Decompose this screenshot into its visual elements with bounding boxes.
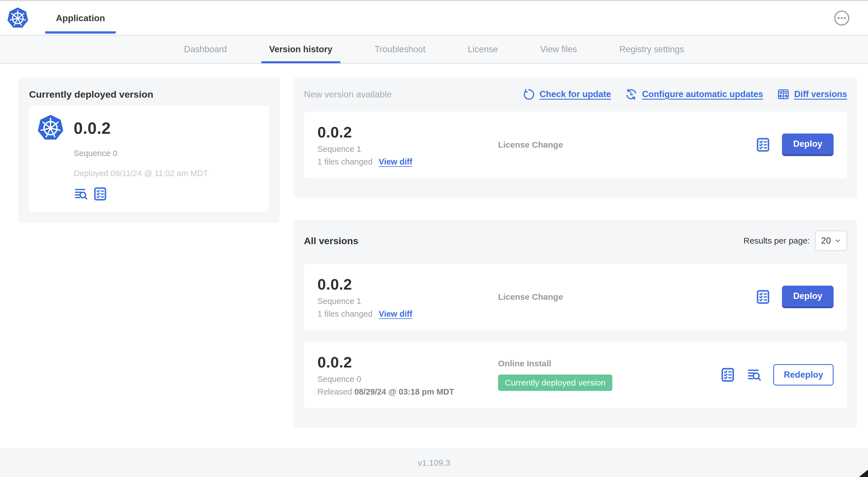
- deploy-button[interactable]: Deploy: [782, 286, 834, 308]
- main-content: Currently deployed version 0.0.2 Sequenc…: [0, 64, 868, 448]
- chevron-down-icon: [834, 237, 842, 245]
- files-changed-label: 1 files changed: [317, 309, 372, 319]
- currently-deployed-panel: Currently deployed version 0.0.2 Sequenc…: [18, 78, 280, 223]
- version-row: 0.0.2 Sequence 1 1 files changed View di…: [304, 264, 847, 330]
- preflight-checks-button[interactable]: [755, 289, 771, 304]
- version-sequence: Sequence 1: [317, 297, 498, 306]
- files-changed-label: 1 files changed: [317, 157, 372, 167]
- versions-column: New version available Check for update C…: [293, 78, 857, 427]
- tab-license[interactable]: License: [460, 35, 506, 63]
- page-footer: v1.109.3: [0, 448, 868, 477]
- check-for-update-link[interactable]: Check for update: [523, 88, 611, 100]
- new-version-title: New version available: [304, 89, 392, 100]
- redeploy-button[interactable]: Redeploy: [773, 364, 834, 386]
- tab-view-files[interactable]: View files: [532, 35, 585, 63]
- released-label: Released: [317, 387, 352, 396]
- app-subnav: Dashboard Version history Troubleshoot L…: [0, 35, 868, 64]
- console-version: v1.109.3: [417, 458, 450, 468]
- deploy-button[interactable]: Deploy: [782, 133, 834, 156]
- new-version-row: 0.0.2 Sequence 1 1 files changed View di…: [304, 112, 847, 178]
- kubernetes-app-icon: [37, 114, 64, 141]
- results-per-page-label: Results per page:: [744, 236, 810, 245]
- tab-troubleshoot[interactable]: Troubleshoot: [367, 35, 433, 63]
- deploy-logs-icon: [74, 186, 88, 201]
- version-sequence: Sequence 0: [317, 375, 498, 384]
- all-versions-title: All versions: [304, 235, 359, 246]
- diff-versions-link[interactable]: Diff versions: [777, 88, 847, 100]
- version-number: 0.0.2: [317, 353, 498, 371]
- configure-automatic-updates-link[interactable]: Configure automatic updates: [625, 88, 763, 100]
- tab-dashboard[interactable]: Dashboard: [176, 35, 235, 63]
- more-options-button[interactable]: [834, 10, 850, 26]
- currently-deployed-badge: Currently deployed version: [498, 375, 612, 391]
- preflight-checks-button[interactable]: [93, 186, 107, 201]
- view-diff-link[interactable]: View diff: [379, 309, 412, 319]
- tab-label: License: [468, 44, 498, 55]
- ellipsis-circle-icon: [834, 10, 850, 26]
- clock-refresh-icon: [625, 88, 638, 100]
- version-number: 0.0.2: [317, 123, 498, 141]
- version-released-line: Released 08/29/24 @ 03:18 pm MDT: [317, 387, 498, 396]
- version-source: Online Install: [498, 359, 720, 368]
- new-version-section: New version available Check for update C…: [293, 78, 857, 198]
- deploy-logs-button[interactable]: [74, 186, 88, 201]
- deployed-sequence: Sequence 0: [74, 149, 258, 158]
- configure-automatic-updates-label: Configure automatic updates: [642, 89, 763, 99]
- deployed-timestamp: Deployed 09/11/24 @ 11:02 am MDT: [74, 169, 258, 178]
- preflight-checks-button[interactable]: [755, 137, 771, 152]
- check-for-update-label: Check for update: [539, 89, 611, 99]
- deployed-version-number: 0.0.2: [74, 119, 111, 138]
- version-sequence: Sequence 1: [317, 145, 498, 154]
- deployed-version-card: 0.0.2 Sequence 0 Deployed 09/11/24 @ 11:…: [29, 106, 269, 211]
- preflight-checks-button[interactable]: [720, 367, 735, 383]
- tab-version-history[interactable]: Version history: [261, 35, 340, 63]
- version-row: 0.0.2 Sequence 0 Released 08/29/24 @ 03:…: [304, 341, 847, 408]
- top-header: Application: [0, 1, 868, 35]
- tab-label: Registry settings: [619, 44, 684, 55]
- tab-label: Dashboard: [184, 44, 227, 55]
- results-per-page-value: 20: [821, 236, 834, 246]
- app-tab-label: Application: [56, 13, 105, 23]
- tab-registry-settings[interactable]: Registry settings: [612, 35, 692, 63]
- diff-columns-icon: [777, 88, 789, 100]
- tab-label: View files: [540, 44, 577, 55]
- app-page: Application Dashboard Version history Tr…: [0, 0, 868, 477]
- diff-versions-label: Diff versions: [794, 89, 847, 99]
- preflight-checklist-icon: [93, 186, 107, 201]
- version-source: License Change: [498, 292, 755, 302]
- app-tab-application[interactable]: Application: [45, 1, 116, 35]
- released-date: 08/29/24 @ 03:18 pm MDT: [354, 387, 454, 396]
- all-versions-section: All versions Results per page: 20 0.0.2 …: [293, 220, 857, 427]
- rotate-ccw-icon: [523, 88, 535, 100]
- view-diff-link[interactable]: View diff: [379, 157, 412, 167]
- cursor-artifact: [859, 470, 868, 477]
- preflight-checklist-icon: [720, 367, 735, 383]
- preflight-checklist-icon: [755, 137, 771, 152]
- results-per-page-select[interactable]: 20: [815, 231, 847, 251]
- tab-label: Troubleshoot: [375, 44, 426, 55]
- deploy-logs-button[interactable]: [747, 367, 762, 383]
- tab-label: Version history: [269, 44, 333, 55]
- kubernetes-logo-icon: [7, 7, 29, 29]
- deployed-panel-title: Currently deployed version: [29, 89, 269, 100]
- version-number: 0.0.2: [317, 275, 498, 293]
- version-source: License Change: [498, 140, 755, 150]
- deploy-logs-icon: [747, 367, 762, 383]
- preflight-checklist-icon: [755, 289, 771, 304]
